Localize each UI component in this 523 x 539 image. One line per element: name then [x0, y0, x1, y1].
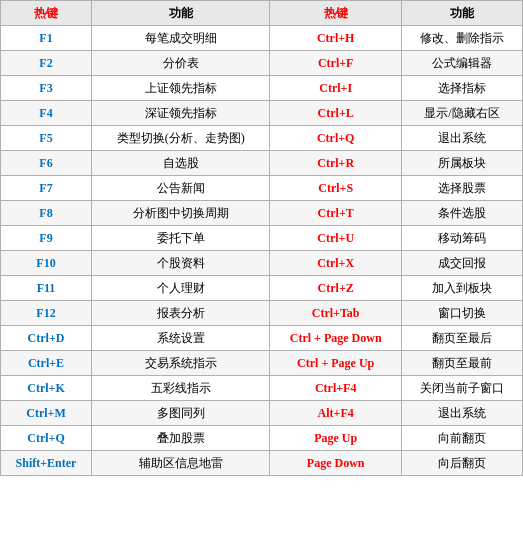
func-1: 个股资料: [91, 251, 269, 276]
hotkey-1: F8: [1, 201, 92, 226]
hotkey-1: F7: [1, 176, 92, 201]
hotkey-1: F1: [1, 26, 92, 51]
func-2: 翻页至最后: [401, 326, 522, 351]
table-row: F4深证领先指标Ctrl+L显示/隐藏右区: [1, 101, 523, 126]
func-2: 窗口切换: [401, 301, 522, 326]
func-1: 每笔成交明细: [91, 26, 269, 51]
hotkey-1: Shift+Enter: [1, 451, 92, 476]
table-row: F3上证领先指标Ctrl+I选择指标: [1, 76, 523, 101]
func-1: 委托下单: [91, 226, 269, 251]
hotkey-1: Ctrl+D: [1, 326, 92, 351]
hotkey-1: F2: [1, 51, 92, 76]
hotkey-1: F6: [1, 151, 92, 176]
hotkey-2: Ctrl + Page Up: [270, 351, 401, 376]
hotkey-2: Ctrl+F4: [270, 376, 401, 401]
func-1: 分价表: [91, 51, 269, 76]
table-row: F9委托下单Ctrl+U移动筹码: [1, 226, 523, 251]
hotkey-2: Ctrl+R: [270, 151, 401, 176]
func-1: 自选股: [91, 151, 269, 176]
func-2: 退出系统: [401, 401, 522, 426]
hotkey-1: F3: [1, 76, 92, 101]
func-2: 修改、删除指示: [401, 26, 522, 51]
hotkey-1: Ctrl+Q: [1, 426, 92, 451]
func-2: 移动筹码: [401, 226, 522, 251]
func-1: 公告新闻: [91, 176, 269, 201]
func-2: 显示/隐藏右区: [401, 101, 522, 126]
hotkey-1: Ctrl+E: [1, 351, 92, 376]
hotkey-1: F10: [1, 251, 92, 276]
table-row: F10个股资料Ctrl+X成交回报: [1, 251, 523, 276]
func-2: 翻页至最前: [401, 351, 522, 376]
hotkey-2: Ctrl+X: [270, 251, 401, 276]
hotkey-2: Page Down: [270, 451, 401, 476]
func-1: 多图同列: [91, 401, 269, 426]
table-row: Ctrl+K五彩线指示Ctrl+F4关闭当前子窗口: [1, 376, 523, 401]
func-1: 交易系统指示: [91, 351, 269, 376]
func-2: 向前翻页: [401, 426, 522, 451]
hotkey-2: Ctrl + Page Down: [270, 326, 401, 351]
hotkey-2: Ctrl+H: [270, 26, 401, 51]
hotkey-1: F11: [1, 276, 92, 301]
column-header: 热键: [270, 1, 401, 26]
table-row: F12报表分析Ctrl+Tab窗口切换: [1, 301, 523, 326]
func-2: 条件选股: [401, 201, 522, 226]
func-1: 辅助区信息地雷: [91, 451, 269, 476]
hotkey-1: F12: [1, 301, 92, 326]
table-row: F8分析图中切换周期Ctrl+T条件选股: [1, 201, 523, 226]
hotkey-2: Ctrl+Q: [270, 126, 401, 151]
func-2: 所属板块: [401, 151, 522, 176]
table-row: Ctrl+E交易系统指示Ctrl + Page Up翻页至最前: [1, 351, 523, 376]
func-2: 选择指标: [401, 76, 522, 101]
table-row: F11个人理财Ctrl+Z加入到板块: [1, 276, 523, 301]
hotkey-2: Ctrl+S: [270, 176, 401, 201]
func-1: 报表分析: [91, 301, 269, 326]
table-row: F1每笔成交明细Ctrl+H修改、删除指示: [1, 26, 523, 51]
func-2: 关闭当前子窗口: [401, 376, 522, 401]
hotkey-2: Ctrl+Z: [270, 276, 401, 301]
table-row: F2分价表Ctrl+F公式编辑器: [1, 51, 523, 76]
func-1: 类型切换(分析、走势图): [91, 126, 269, 151]
hotkey-2: Ctrl+F: [270, 51, 401, 76]
hotkey-table: 热键功能热键功能 F1每笔成交明细Ctrl+H修改、删除指示F2分价表Ctrl+…: [0, 0, 523, 476]
hotkey-1: Ctrl+M: [1, 401, 92, 426]
hotkey-2: Ctrl+I: [270, 76, 401, 101]
table-row: F5类型切换(分析、走势图)Ctrl+Q退出系统: [1, 126, 523, 151]
func-2: 加入到板块: [401, 276, 522, 301]
hotkey-2: Ctrl+L: [270, 101, 401, 126]
func-2: 选择股票: [401, 176, 522, 201]
func-1: 上证领先指标: [91, 76, 269, 101]
func-1: 个人理财: [91, 276, 269, 301]
func-2: 成交回报: [401, 251, 522, 276]
column-header: 功能: [91, 1, 269, 26]
hotkey-2: Ctrl+T: [270, 201, 401, 226]
hotkey-1: F4: [1, 101, 92, 126]
table-row: F6自选股Ctrl+R所属板块: [1, 151, 523, 176]
func-1: 系统设置: [91, 326, 269, 351]
hotkey-2: Alt+F4: [270, 401, 401, 426]
column-header: 热键: [1, 1, 92, 26]
table-row: F7公告新闻Ctrl+S选择股票: [1, 176, 523, 201]
column-header: 功能: [401, 1, 522, 26]
func-2: 公式编辑器: [401, 51, 522, 76]
func-1: 五彩线指示: [91, 376, 269, 401]
table-row: Ctrl+M多图同列Alt+F4退出系统: [1, 401, 523, 426]
table-row: Ctrl+Q叠加股票Page Up向前翻页: [1, 426, 523, 451]
table-row: Ctrl+D系统设置Ctrl + Page Down翻页至最后: [1, 326, 523, 351]
hotkey-1: Ctrl+K: [1, 376, 92, 401]
func-1: 分析图中切换周期: [91, 201, 269, 226]
func-1: 叠加股票: [91, 426, 269, 451]
func-2: 向后翻页: [401, 451, 522, 476]
hotkey-1: F5: [1, 126, 92, 151]
func-2: 退出系统: [401, 126, 522, 151]
table-row: Shift+Enter辅助区信息地雷Page Down向后翻页: [1, 451, 523, 476]
hotkey-2: Ctrl+Tab: [270, 301, 401, 326]
hotkey-2: Ctrl+U: [270, 226, 401, 251]
hotkey-1: F9: [1, 226, 92, 251]
func-1: 深证领先指标: [91, 101, 269, 126]
hotkey-2: Page Up: [270, 426, 401, 451]
